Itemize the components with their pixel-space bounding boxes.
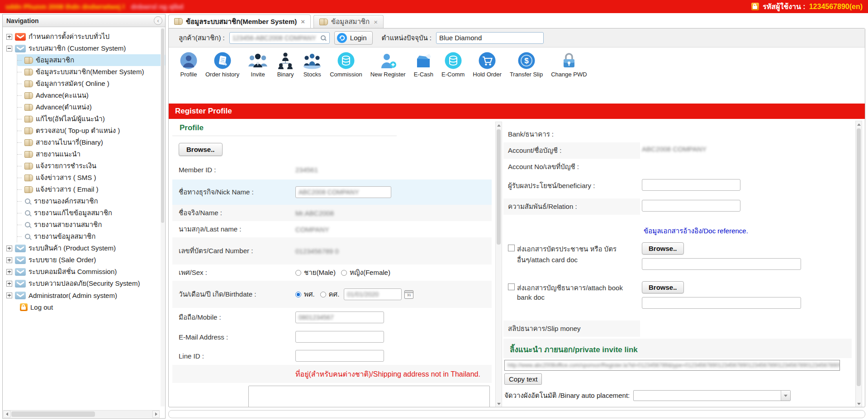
calendar-icon[interactable]: 31 xyxy=(404,290,413,299)
sidebar-vertical-scrollbar[interactable] xyxy=(161,28,165,406)
current-position-input[interactable]: Blue Diamond xyxy=(436,32,544,44)
sidebar-item-payment-notice[interactable]: แจ้งรายการชำระเงิน xyxy=(17,160,165,172)
expand-icon[interactable] xyxy=(6,281,12,287)
expand-icon[interactable] xyxy=(6,293,12,298)
expand-icon[interactable] xyxy=(6,245,12,251)
invite-link-input[interactable]: http://www.abc2008office.com/sponsor/Reg… xyxy=(504,360,840,371)
nick-name-input[interactable]: ABC2008 COMPANY xyxy=(295,186,391,198)
beneficiary-input[interactable] xyxy=(642,179,740,191)
scrollbar-thumb[interactable] xyxy=(857,128,861,386)
relation-input[interactable] xyxy=(642,200,740,212)
action-e-comm[interactable]: E-Comm xyxy=(437,52,469,78)
sidebar-item-binary-line[interactable]: สายงานไบนารี่(Binary) xyxy=(17,137,165,148)
hold-order-icon xyxy=(479,52,496,70)
shipping-address-textarea[interactable] xyxy=(248,386,490,407)
expand-icon[interactable] xyxy=(6,257,12,263)
photo-browse-button[interactable]: Browse.. xyxy=(179,143,223,156)
close-tab-icon[interactable]: × xyxy=(301,18,305,25)
panel-horizontal-scrollbar[interactable] xyxy=(168,410,865,418)
card-doc-file-input[interactable] xyxy=(642,258,801,270)
action-invite[interactable]: Invite xyxy=(243,52,272,78)
profile-icon xyxy=(180,52,197,70)
sidebar-item-report-edit-member[interactable]: รายงานแก้ไขข้อมูลสมาชิก xyxy=(17,207,165,219)
close-tab-icon[interactable]: × xyxy=(374,18,378,26)
sidebar-item-member-system[interactable]: ข้อมูลระบบสมาชิก(Member System) xyxy=(17,66,165,78)
birth-be-radio[interactable] xyxy=(295,292,301,297)
scroll-up-button[interactable] xyxy=(496,122,502,128)
change-pwd-icon xyxy=(561,52,577,70)
action-binary[interactable]: Binary xyxy=(272,52,299,78)
sidebar-item-report-member-line[interactable]: รายงานสายงานสมาชิก xyxy=(17,219,165,231)
mobile-input[interactable]: 0801234567 xyxy=(295,311,384,323)
sidebar-item-report-organization[interactable]: รายงานองค์กรสมาชิก xyxy=(17,195,165,207)
binary-auto-placement-row: จัดวางผังอัตโนมัติ /Binary auto placemen… xyxy=(503,390,852,401)
expand-icon[interactable] xyxy=(6,269,12,275)
action-transfer-slip[interactable]: $ Transfer Slip xyxy=(506,52,547,78)
bankbook-doc-file-input[interactable] xyxy=(642,297,801,309)
sidebar-item-member-info[interactable]: ข้อมูลสมาชิก xyxy=(17,54,165,66)
sidebar-item-edit-upline[interactable]: แก้ไข(อัฟไลน์/ผู้แนะนำ) xyxy=(17,113,165,125)
scrollbar-thumb[interactable] xyxy=(161,28,164,223)
email-input[interactable] xyxy=(295,331,384,343)
scrollbar-thumb[interactable] xyxy=(11,411,95,417)
line-id-input[interactable] xyxy=(295,350,384,362)
login-button[interactable]: Login xyxy=(334,31,373,45)
sidebar-item-general-settings[interactable]: กำหนดการตั้งค่าระบบทั่วไป xyxy=(6,31,165,42)
sidebar-item-commission-system[interactable]: ระบบคอมมิสชั่น Commission) xyxy=(6,266,165,278)
binary-auto-placement-select[interactable] xyxy=(633,390,791,401)
scroll-up-button[interactable] xyxy=(856,121,862,127)
customer-search-input[interactable]: 123456-ABC2008 COMPANY xyxy=(229,32,330,44)
sidebar-item-report-member-info[interactable]: รายงานข้อมูลสมาชิก xyxy=(17,231,165,242)
doc-reference-link[interactable]: ข้อมูลเอกสารอ้างอิง/Doc reference. xyxy=(644,226,852,236)
tab-member-system[interactable]: ข้อมูลระบบสมาชิก(Member System) × xyxy=(168,14,311,28)
bankbook-doc-browse-button[interactable]: Browse.. xyxy=(642,281,684,293)
sidebar-item-news-email[interactable]: แจ้งข่าวสาร ( Email ) xyxy=(17,184,165,195)
search-icon[interactable] xyxy=(320,35,327,41)
sidebar-item-product-system[interactable]: ระบบสินค้า (Product System) xyxy=(6,242,165,254)
action-stocks[interactable]: Stocks xyxy=(299,52,326,78)
panel-vertical-scrollbar[interactable] xyxy=(855,121,862,407)
action-commission[interactable]: Commission xyxy=(326,52,366,78)
sidebar-item-sponsor-line[interactable]: สายงานแนะนำ xyxy=(17,148,165,160)
mobile-row: มือถือ/Mobile : 0801234567 xyxy=(172,308,492,327)
expand-icon[interactable] xyxy=(6,34,12,40)
action-new-register[interactable]: New Register xyxy=(366,52,410,78)
sidebar-item-logout[interactable]: Log out xyxy=(20,301,165,313)
tab-member-info[interactable]: ข้อมูลสมาชิก × xyxy=(313,15,384,28)
sidebar-item-online-register[interactable]: ข้อมูลการสมัคร( Online ) xyxy=(17,78,165,90)
shipping-address-note: ที่อยู่(สำหรับคนต่างชาติ)/Shipping addre… xyxy=(295,368,480,380)
card-doc-checkbox[interactable] xyxy=(508,245,515,251)
sex-male-radio[interactable] xyxy=(295,270,301,276)
sidebar-item-sale-order[interactable]: ระบบขาย (Sale Order) xyxy=(6,254,165,266)
line-id-row: Line ID : xyxy=(172,347,492,365)
birthdate-input[interactable]: 01/01/2020 xyxy=(344,288,402,300)
sidebar-item-administrator[interactable]: Administrator( Admin system) xyxy=(6,289,165,301)
birth-ce-radio[interactable] xyxy=(320,292,326,297)
collapse-icon[interactable] xyxy=(6,46,12,52)
sidebar-horizontal-scrollbar[interactable] xyxy=(3,410,160,418)
sidebar-item-news-sms[interactable]: แจ้งข่าวสาร ( SMS ) xyxy=(17,172,165,184)
profile-column-scrollbar[interactable] xyxy=(495,122,502,407)
scroll-down-button[interactable] xyxy=(856,401,862,407)
sidebar-item-check-topup[interactable]: ตรวจสอบ( Top-up ตำแหน่ง ) xyxy=(17,125,165,137)
svg-text:$: $ xyxy=(524,57,529,65)
action-e-cash[interactable]: E-Cash xyxy=(410,52,437,78)
action-profile[interactable]: Profile xyxy=(176,52,201,78)
scroll-down-button[interactable] xyxy=(496,401,502,407)
copy-text-button[interactable]: Copy text xyxy=(504,373,542,385)
dropdown-arrow-icon[interactable] xyxy=(781,391,790,401)
scroll-right-button[interactable] xyxy=(152,411,160,418)
card-doc-browse-button[interactable]: Browse.. xyxy=(642,242,684,255)
action-hold-order[interactable]: Hold Order xyxy=(469,52,506,78)
sidebar-item-customer-system[interactable]: ระบบสมาชิก (Customer System) xyxy=(6,42,165,54)
bankbook-doc-checkbox[interactable] xyxy=(508,283,515,290)
sex-female-radio[interactable] xyxy=(341,270,347,276)
action-order-history[interactable]: Order history xyxy=(201,52,243,78)
action-change-pwd[interactable]: Change PWD xyxy=(547,52,591,78)
sidebar-item-advance-points[interactable]: Advance(คะแนน) xyxy=(17,90,165,101)
scroll-left-button[interactable] xyxy=(3,411,10,418)
sidebar-item-security-system[interactable]: ระบบความปลอดภัย(Security System) xyxy=(6,278,165,289)
sidebar-item-advance-position[interactable]: Advance(ตำแหน่ง) xyxy=(17,101,165,113)
scrollbar-thumb[interactable] xyxy=(497,129,501,245)
collapse-sidebar-button[interactable]: ‹ xyxy=(154,16,162,25)
